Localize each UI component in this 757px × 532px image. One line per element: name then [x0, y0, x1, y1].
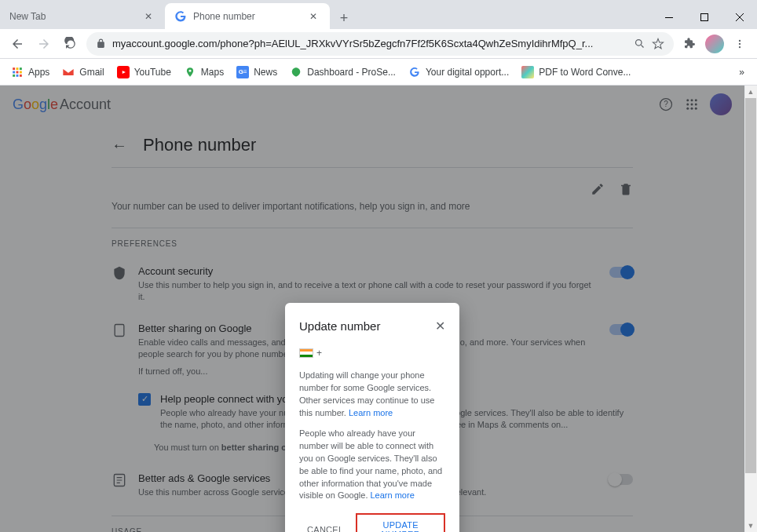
scrollbar[interactable]: ▲ ▼ — [744, 86, 757, 532]
tab-new[interactable]: New Tab ✕ — [0, 3, 165, 29]
tab-title: Phone number — [193, 11, 309, 22]
youtube-icon — [117, 66, 130, 78]
google-g-icon — [408, 66, 421, 78]
cancel-button[interactable]: CANCEL — [299, 519, 351, 532]
svg-rect-12 — [13, 74, 15, 76]
scroll-up-icon[interactable]: ▲ — [744, 86, 757, 98]
svg-rect-13 — [16, 74, 19, 76]
window-close-button[interactable] — [722, 5, 757, 29]
close-icon[interactable]: ✕ — [435, 319, 445, 333]
svg-rect-8 — [20, 67, 22, 70]
svg-point-4 — [739, 42, 741, 44]
extensions-icon[interactable] — [678, 33, 700, 55]
address-bar[interactable]: myaccount.google.com/phone?ph=AElUL_JRXk… — [86, 32, 674, 56]
new-tab-button[interactable]: + — [333, 7, 355, 29]
bookmark-pdf[interactable]: PDF to Word Conve... — [517, 63, 635, 82]
close-icon[interactable]: ✕ — [144, 11, 155, 22]
bookmark-news[interactable]: G≡News — [232, 63, 282, 82]
svg-point-2 — [636, 40, 642, 46]
tab-phone-number[interactable]: Phone number ✕ — [165, 3, 330, 29]
bookmark-dashboard[interactable]: Dashboard - ProSe... — [285, 63, 400, 82]
svg-rect-6 — [13, 67, 15, 70]
svg-rect-11 — [20, 71, 22, 73]
update-number-dialog: Update number ✕ + Updating will change y… — [285, 303, 459, 532]
learn-more-link-1[interactable]: Learn more — [349, 408, 393, 417]
svg-point-3 — [739, 39, 741, 41]
profile-avatar[interactable] — [705, 35, 724, 53]
svg-rect-1 — [700, 14, 708, 21]
svg-rect-14 — [20, 74, 22, 76]
svg-rect-9 — [13, 71, 15, 73]
news-icon: G≡ — [236, 66, 249, 78]
menu-icon[interactable] — [729, 33, 751, 55]
gmail-icon — [62, 66, 75, 78]
svg-rect-10 — [16, 71, 19, 73]
bookmark-gmail[interactable]: Gmail — [57, 63, 108, 82]
scrollbar-thumb[interactable] — [745, 98, 756, 473]
tab-title: New Tab — [9, 11, 144, 22]
reload-button[interactable] — [60, 33, 82, 55]
svg-point-15 — [188, 69, 191, 71]
close-icon[interactable]: ✕ — [309, 11, 320, 22]
url-text: myaccount.google.com/phone?ph=AElUL_JRXk… — [112, 38, 627, 49]
learn-more-link-2[interactable]: Learn more — [371, 490, 415, 500]
pdf-icon — [521, 66, 534, 78]
dialog-title: Update number — [299, 319, 435, 333]
maximize-button[interactable] — [686, 5, 722, 29]
leaf-icon — [290, 66, 302, 78]
back-button[interactable] — [6, 33, 28, 55]
bookmark-apps[interactable]: Apps — [6, 63, 54, 82]
forward-button[interactable] — [33, 33, 55, 55]
star-icon[interactable] — [652, 38, 664, 50]
bookmark-digital[interactable]: Your digital opport... — [404, 63, 514, 82]
favicon-google — [174, 10, 187, 23]
country-selector[interactable]: + — [299, 348, 445, 359]
svg-rect-0 — [665, 17, 673, 18]
dialog-text-1: Updating will change your phone number f… — [299, 370, 445, 420]
minimize-button[interactable] — [651, 5, 686, 29]
flag-india-icon — [299, 348, 313, 358]
bookmark-youtube[interactable]: YouTube — [112, 63, 176, 82]
lock-icon — [96, 38, 106, 49]
bookmark-maps[interactable]: Maps — [179, 63, 229, 82]
scroll-down-icon[interactable]: ▼ — [744, 519, 757, 532]
search-in-page-icon[interactable] — [634, 38, 645, 49]
update-number-button[interactable]: UPDATE NUMBER — [356, 513, 445, 532]
apps-icon — [11, 66, 24, 78]
bookmarks-overflow[interactable]: » — [733, 64, 751, 81]
svg-point-5 — [739, 46, 741, 47]
dialog-text-2: People who already have your number will… — [299, 428, 445, 503]
maps-icon — [184, 66, 196, 78]
svg-rect-7 — [16, 67, 19, 70]
